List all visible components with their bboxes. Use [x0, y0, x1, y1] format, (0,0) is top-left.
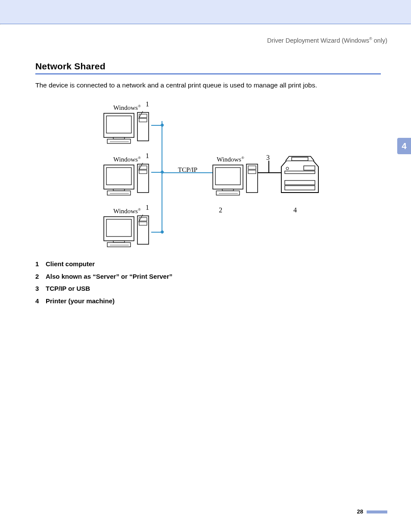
diagram-legend: 1 Client computer 2 Also known as “Serve…: [35, 258, 381, 307]
legend-item: 3 TCP/IP or USB: [35, 283, 381, 295]
svg-rect-27: [216, 191, 240, 195]
client-computer-icon: [101, 160, 152, 199]
diagram-callout-2: 2: [219, 206, 222, 214]
diagram-node: [160, 123, 165, 128]
diagram-callout-3: 3: [266, 154, 270, 162]
diagram-callout-1: 1: [146, 204, 149, 212]
diagram-callout-4: 4: [293, 206, 297, 214]
diagram-tcpip-label: TCP/IP: [178, 166, 197, 174]
diagram-callout-1: 1: [146, 152, 149, 160]
svg-rect-33: [285, 171, 315, 174]
svg-rect-1: [106, 116, 131, 133]
diagram-windows-label: Windows®: [113, 104, 141, 112]
network-diagram: Windows® Windows® Windows® Windows® TCP/…: [87, 96, 329, 251]
page-footer: 28: [357, 508, 387, 515]
diagram-label3-lead: [268, 161, 269, 173]
header-text-prefix: Driver Deployment Wizard (Windows: [267, 37, 369, 44]
svg-point-36: [286, 167, 289, 170]
client-computer-icon: [101, 212, 152, 250]
diagram-windows-label: Windows®: [217, 156, 244, 163]
legend-item: 4 Printer (your machine): [35, 295, 381, 308]
legend-text: Also known as “Server” or “Print Server”: [46, 271, 172, 283]
svg-rect-11: [107, 191, 131, 195]
legend-num: 1: [35, 258, 41, 271]
legend-text: Printer (your machine): [46, 295, 115, 308]
legend-item: 1 Client computer: [35, 258, 381, 271]
diagram-windows-label: Windows®: [113, 207, 141, 215]
section-title: Network Shared: [35, 61, 381, 72]
legend-text: TCP/IP or USB: [46, 283, 90, 295]
svg-rect-26: [222, 189, 234, 191]
diagram-windows-label: Windows®: [113, 156, 141, 163]
footer-bar: [367, 510, 387, 513]
chapter-tab: 4: [397, 138, 411, 154]
legend-text: Client computer: [46, 258, 95, 271]
legend-num: 3: [35, 283, 41, 295]
registered-mark: ®: [369, 37, 372, 41]
svg-rect-34: [285, 180, 315, 185]
svg-rect-32: [292, 157, 308, 161]
section-rule: [35, 73, 381, 75]
diagram-vertical-line: [162, 121, 162, 233]
page-number: 28: [357, 508, 363, 515]
svg-rect-29: [248, 166, 256, 169]
section-body: Network Shared The device is connected t…: [0, 44, 411, 307]
printer-icon: [277, 155, 324, 199]
diagram-node: [160, 170, 165, 174]
legend-num: 4: [35, 295, 41, 308]
svg-rect-35: [285, 186, 315, 190]
svg-rect-10: [113, 189, 125, 191]
diagram-callout-1: 1: [146, 100, 149, 108]
svg-rect-22: [139, 222, 147, 225]
svg-rect-14: [139, 170, 147, 174]
running-header: Driver Deployment Wizard (Windows® only): [0, 25, 411, 44]
svg-rect-25: [215, 168, 240, 185]
legend-num: 2: [35, 271, 41, 283]
legend-item: 2 Also known as “Server” or “Print Serve…: [35, 271, 381, 283]
header-text-suffix: only): [372, 37, 387, 44]
top-banner: [0, 0, 411, 24]
svg-rect-3: [107, 139, 131, 143]
section-intro: The device is connected to a network and…: [35, 81, 381, 90]
chapter-number: 4: [402, 141, 406, 151]
svg-rect-37: [304, 166, 315, 170]
svg-rect-9: [106, 168, 131, 185]
svg-rect-6: [139, 118, 147, 122]
diagram-node: [160, 230, 165, 234]
svg-rect-2: [113, 137, 125, 139]
svg-rect-19: [107, 243, 131, 247]
svg-rect-17: [106, 219, 131, 236]
client-computer-icon: [101, 108, 152, 147]
server-computer-icon: [210, 160, 261, 199]
svg-rect-30: [248, 170, 256, 174]
